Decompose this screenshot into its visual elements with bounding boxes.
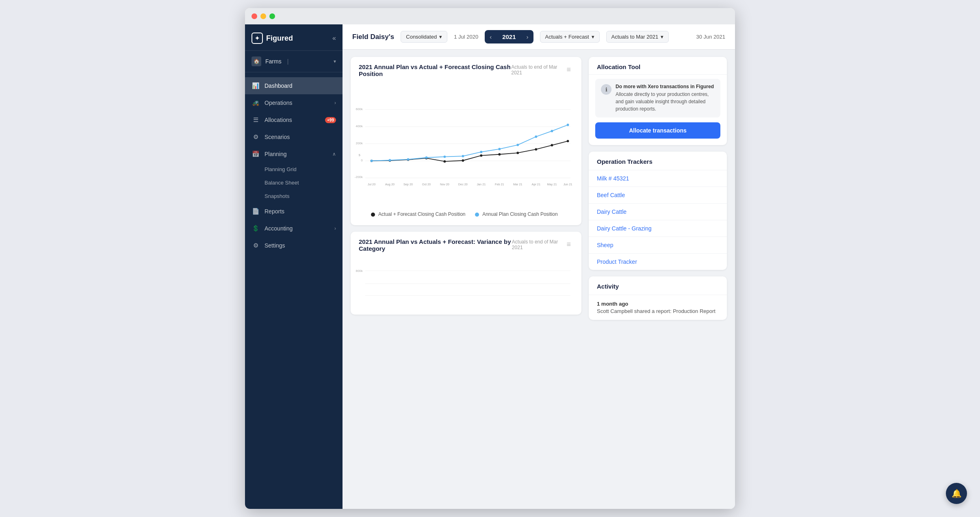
float-bell-icon: 🔔	[952, 489, 962, 498]
sidebar-item-planning[interactable]: 📅 Planning ∧	[245, 146, 343, 163]
allocation-info-text: Allocate directly to your production cen…	[616, 91, 715, 113]
sidebar-item-label: Planning	[265, 151, 287, 157]
consolidated-label: Consolidated	[406, 34, 437, 40]
svg-text:Apr 21: Apr 21	[532, 182, 540, 186]
tracker-item[interactable]: Dairy Cattle	[589, 204, 727, 220]
allocate-button[interactable]: Allocate transactions	[595, 122, 720, 139]
next-year-button[interactable]: ›	[522, 30, 533, 43]
start-date: 1 Jul 2020	[454, 34, 478, 40]
tracker-item[interactable]: Dairy Cattle - Grazing	[589, 220, 727, 237]
logo-text: Figured	[266, 34, 293, 43]
chart2-header: 2021 Annual Plan vs Actuals + Forecast: …	[351, 232, 581, 256]
year-label: 2021	[497, 30, 521, 43]
legend-dot-plan	[475, 213, 479, 217]
dashboard-icon: 📊	[252, 82, 260, 90]
svg-point-33	[551, 144, 553, 146]
sidebar-item-scenarios[interactable]: ⚙ Scenarios	[245, 128, 343, 146]
chart1-title-area: 2021 Annual Plan vs Actual + Forecast Cl…	[359, 63, 511, 77]
svg-point-32	[535, 148, 537, 151]
year-nav: ‹ 2021 ›	[485, 30, 533, 43]
allocation-tool-header: Allocation Tool	[589, 57, 727, 75]
consolidated-chevron: ▾	[439, 34, 442, 40]
chart2-subtitle: Actuals to end of Mar 2021	[512, 239, 559, 250]
allocation-info-title: Do more with Xero transactions in Figure…	[616, 84, 715, 89]
chart2-menu-icon[interactable]: ≡	[564, 239, 573, 250]
allocation-tool-card: Allocation Tool ℹ Do more with Xero tran…	[589, 57, 727, 145]
sidebar-item-allocations[interactable]: ☰ Allocations +99	[245, 111, 343, 128]
svg-text:Aug 20: Aug 20	[385, 182, 395, 186]
planning-icon: 📅	[252, 150, 260, 158]
sidebar-item-operations[interactable]: 🚜 Operations ›	[245, 94, 343, 111]
sidebar-item-label: Accounting	[265, 225, 293, 232]
nav-item-left: ☰ Allocations	[252, 116, 292, 124]
allocation-info: ℹ Do more with Xero transactions in Figu…	[595, 79, 720, 117]
nav-item-left: 📄 Reports	[252, 207, 284, 215]
maximize-button[interactable]	[269, 13, 275, 19]
svg-point-38	[425, 156, 428, 159]
svg-text:Dec 20: Dec 20	[458, 182, 468, 186]
titlebar	[245, 8, 735, 24]
svg-point-35	[371, 160, 373, 162]
sidebar-item-planning-grid[interactable]: Planning Grid	[245, 163, 343, 176]
tracker-item[interactable]: Milk # 45321	[589, 170, 727, 187]
main-column: 2021 Annual Plan vs Actual + Forecast Cl…	[351, 57, 581, 502]
sidebar-farms[interactable]: 🏠 Farms | ▾	[245, 51, 343, 72]
chart2-container: 800k	[351, 256, 581, 315]
activity-time: 1 month ago	[597, 301, 719, 307]
svg-point-39	[444, 156, 446, 158]
allocation-info-body: Do more with Xero transactions in Figure…	[616, 84, 715, 113]
prev-year-button[interactable]: ‹	[485, 30, 497, 43]
tracker-item[interactable]: Beef Cattle	[589, 187, 727, 204]
actuals-to-label: Actuals to Mar 2021	[611, 34, 659, 40]
forecast-dropdown[interactable]: Actuals + Forecast ▾	[540, 31, 600, 43]
svg-text:Jan 21: Jan 21	[477, 182, 486, 186]
close-button[interactable]	[252, 13, 257, 19]
svg-text:Oct 20: Oct 20	[422, 182, 431, 186]
operation-trackers-title: Operation Trackers	[597, 158, 719, 165]
planning-chevron: ∧	[332, 151, 336, 157]
svg-point-46	[567, 124, 569, 126]
farm-name: Field Daisy's	[352, 33, 394, 41]
legend-plan: Annual Plan Closing Cash Position	[475, 211, 557, 217]
sidebar-item-label: Scenarios	[265, 134, 290, 140]
chart1-svg: 600k 400k 200k $ 0 -200k	[354, 85, 575, 206]
sidebar-item-reports[interactable]: 📄 Reports	[245, 203, 343, 220]
svg-point-42	[498, 148, 501, 150]
sidebar-item-label: Dashboard	[265, 83, 293, 89]
chart1-title: 2021 Annual Plan vs Actual + Forecast Cl…	[359, 63, 511, 77]
tracker-item[interactable]: Sheep	[589, 237, 727, 254]
svg-text:400k: 400k	[356, 124, 362, 128]
farms-left: 🏠 Farms |	[252, 56, 288, 66]
operation-trackers-header: Operation Trackers	[589, 152, 727, 170]
svg-text:800k: 800k	[356, 269, 362, 273]
chart1-legend: Actual + Forecast Closing Cash Position …	[354, 208, 575, 219]
svg-text:Mar 21: Mar 21	[513, 182, 523, 186]
chart2-header-right: Actuals to end of Mar 2021 ≡	[512, 238, 573, 250]
activity-item: 1 month ago Scott Campbell shared a repo…	[589, 295, 727, 320]
consolidated-dropdown[interactable]: Consolidated ▾	[401, 31, 447, 43]
actuals-to-dropdown[interactable]: Actuals to Mar 2021 ▾	[606, 31, 669, 43]
chart1-menu-icon[interactable]: ≡	[564, 65, 573, 75]
svg-point-34	[567, 140, 569, 142]
actuals-to-chevron: ▾	[661, 34, 663, 40]
svg-point-43	[516, 144, 519, 146]
svg-point-31	[516, 152, 519, 154]
svg-text:Nov 20: Nov 20	[440, 182, 449, 186]
collapse-button[interactable]: «	[332, 35, 336, 42]
sidebar-item-balance-sheet[interactable]: Balance Sheet	[245, 176, 343, 189]
float-notification-button[interactable]: 🔔	[946, 483, 967, 504]
sidebar-item-snapshots[interactable]: Snapshots	[245, 189, 343, 203]
sidebar-item-settings[interactable]: ⚙ Settings	[245, 237, 343, 254]
svg-text:0: 0	[361, 159, 363, 162]
activity-text: Scott Campbell shared a report: Producti…	[597, 308, 719, 314]
sidebar-item-label: Allocations	[265, 117, 292, 123]
tracker-item[interactable]: Product Tracker	[589, 254, 727, 270]
sidebar-nav: 📊 Dashboard 🚜 Operations › ☰	[245, 72, 343, 509]
allocations-badge: +99	[325, 117, 336, 123]
end-date: 30 Jun 2021	[696, 34, 725, 40]
sidebar-item-accounting[interactable]: 💲 Accounting ›	[245, 220, 343, 237]
logo-icon: ✦	[252, 33, 263, 44]
minimize-button[interactable]	[260, 13, 266, 19]
svg-text:-200k: -200k	[355, 175, 363, 179]
sidebar-item-dashboard[interactable]: 📊 Dashboard	[245, 77, 343, 94]
